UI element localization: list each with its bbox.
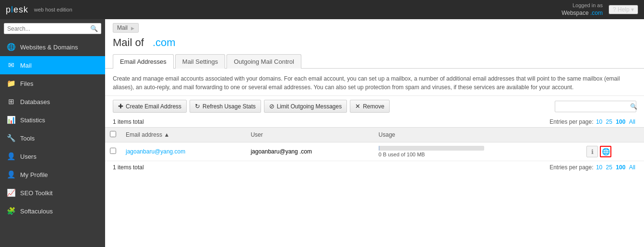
toolbar: ✚ Create Email Address ↻ Refresh Usage S… [105, 96, 644, 117]
main-content: Mail Mail of .com Email Addresses Mail S… [105, 19, 644, 247]
info-icon-button[interactable]: ℹ [586, 146, 598, 157]
create-email-label: Create Email Address [126, 103, 181, 110]
globe-icon-button[interactable]: 🌐 [600, 146, 611, 157]
filter-search-box[interactable]: 🔍 [555, 101, 636, 112]
table-header-actions [582, 128, 644, 142]
entries-per-page-label-bottom: Entries per page: [549, 164, 593, 171]
globe-icon: 🌐 [602, 148, 610, 155]
entries-per-page-label: Entries per page: [549, 118, 593, 125]
tabs-bar: Email Addresses Mail Settings Outgoing M… [105, 54, 644, 69]
description-content: Create and manage email accounts associa… [113, 75, 620, 91]
breadcrumb: Mail [105, 19, 644, 35]
tab-email-addresses[interactable]: Email Addresses [113, 54, 174, 69]
refresh-icon: ↻ [195, 103, 200, 110]
row-checkbox[interactable] [110, 148, 116, 154]
row-actions: ℹ 🌐 [586, 146, 639, 157]
sidebar-item-label: Tools [20, 135, 35, 142]
table-row: jagoanbaru@yang.com jagoanbaru@yang .com… [105, 142, 644, 161]
breadcrumb-mail-link[interactable]: Mail [113, 23, 139, 33]
sidebar-item-label: Databases [20, 98, 50, 106]
topbar-right: Logged in as Webspace .com ? Help ▾ [561, 2, 638, 17]
sidebar-item-mail[interactable]: ✉ Mail [0, 56, 105, 74]
row-checkbox-cell [105, 142, 121, 161]
workspace-text: Webspace [561, 10, 588, 16]
per-page-10[interactable]: 10 [596, 118, 602, 125]
per-page-all-bottom[interactable]: All [629, 164, 635, 171]
per-page-100[interactable]: 100 [616, 118, 625, 125]
select-all-checkbox[interactable] [110, 131, 116, 137]
sidebar-item-softaculous[interactable]: 🧩 Softaculous [0, 202, 105, 220]
usage-text: 0 B used of 100 MB [379, 152, 577, 157]
help-button[interactable]: ? Help ▾ [608, 5, 638, 14]
seo-toolkit-icon: 📈 [7, 188, 15, 197]
create-email-address-button[interactable]: ✚ Create Email Address [113, 100, 187, 113]
row-actions-cell: ℹ 🌐 [582, 142, 644, 161]
plesk-logo: plesk [6, 5, 28, 15]
row-email-cell: jagoanbaru@yang.com [121, 142, 246, 161]
statistics-icon: 📊 [7, 116, 15, 124]
mail-icon: ✉ [7, 61, 15, 70]
sidebar-item-label: Statistics [20, 117, 45, 124]
limit-outgoing-label: Limit Outgoing Messages [277, 103, 342, 110]
users-icon: 👤 [7, 152, 15, 161]
per-page-25[interactable]: 25 [606, 118, 612, 125]
layout: 🔍 🌐 Websites & Domains ✉ Mail 📁 Files ⊞ … [0, 19, 644, 247]
sidebar-item-statistics[interactable]: 📊 Statistics [0, 111, 105, 129]
per-page-10-bottom[interactable]: 10 [596, 164, 602, 171]
refresh-usage-label: Refresh Usage Stats [203, 103, 256, 110]
my-profile-icon: 👤 [7, 170, 15, 179]
limit-outgoing-messages-button[interactable]: ⊘ Limit Outgoing Messages [264, 100, 347, 113]
sidebar-item-label: My Profile [20, 171, 48, 178]
sidebar-item-label: SEO Toolkit [20, 189, 53, 197]
logged-in-label: Logged in as [561, 2, 603, 9]
search-box: 🔍 [0, 19, 105, 38]
description-text: Create and manage email accounts associa… [105, 69, 644, 96]
row-usage-cell: 0 B used of 100 MB [374, 142, 582, 161]
limit-icon: ⊘ [269, 103, 274, 110]
search-input-wrap[interactable]: 🔍 [4, 23, 101, 34]
sidebar-item-websites-domains[interactable]: 🌐 Websites & Domains [0, 38, 105, 56]
sidebar: 🔍 🌐 Websites & Domains ✉ Mail 📁 Files ⊞ … [0, 19, 105, 247]
per-page-25-bottom[interactable]: 25 [606, 164, 612, 171]
page-title-prefix: Mail of [113, 36, 144, 49]
plesk-edition: web host edition [34, 7, 72, 12]
email-link-part2[interactable]: .com [173, 148, 185, 155]
items-count-bottom-row: 1 items total Entries per page: 10 25 10… [105, 161, 644, 174]
sidebar-item-label: Files [20, 80, 33, 87]
sidebar-item-label: Websites & Domains [20, 44, 78, 51]
email-table: Email address ▲ User Usage [105, 127, 644, 161]
page-title-domain-hidden [147, 36, 150, 49]
usage-bar-fill [379, 146, 380, 151]
remove-icon: ✕ [355, 103, 360, 110]
filter-search-input[interactable] [558, 103, 630, 110]
sidebar-item-label: Softaculous [20, 208, 53, 215]
sidebar-item-label: Users [20, 153, 36, 160]
email-link-part1[interactable]: jagoanbaru@yang [126, 148, 173, 155]
tab-outgoing-mail-control[interactable]: Outgoing Mail Control [227, 54, 301, 69]
topbar: plesk web host edition Logged in as Webs… [0, 0, 644, 19]
email-address-col-label: Email address [126, 131, 162, 138]
items-count-top-row: 1 items total Entries per page: 10 25 10… [105, 117, 644, 127]
table-header-email-address[interactable]: Email address ▲ [121, 128, 246, 142]
search-input[interactable] [7, 25, 90, 32]
usage-bar-wrap: 0 B used of 100 MB [379, 146, 577, 157]
plus-icon: ✚ [118, 103, 123, 110]
per-page-all[interactable]: All [629, 118, 635, 125]
filter-search-icon: 🔍 [630, 103, 637, 110]
items-total-bottom: 1 items total [113, 164, 144, 171]
email-part1: jagoanbaru@yang [126, 148, 173, 155]
tab-mail-settings[interactable]: Mail Settings [175, 54, 225, 69]
sidebar-item-users[interactable]: 👤 Users [0, 147, 105, 165]
page-title-domain-com: .com [153, 36, 176, 49]
per-page-100-bottom[interactable]: 100 [616, 164, 625, 171]
refresh-usage-stats-button[interactable]: ↻ Refresh Usage Stats [190, 100, 261, 113]
row-user-cell: jagoanbaru@yang .com [246, 142, 373, 161]
sidebar-item-tools[interactable]: 🔧 Tools [0, 129, 105, 147]
topbar-left: plesk web host edition [6, 5, 72, 15]
sidebar-item-files[interactable]: 📁 Files [0, 74, 105, 93]
remove-button[interactable]: ✕ Remove [350, 100, 390, 113]
sidebar-item-my-profile[interactable]: 👤 My Profile [0, 165, 105, 184]
info-icon: ℹ [591, 148, 594, 155]
sidebar-item-databases[interactable]: ⊞ Databases [0, 93, 105, 111]
sidebar-item-seo-toolkit[interactable]: 📈 SEO Toolkit [0, 184, 105, 202]
